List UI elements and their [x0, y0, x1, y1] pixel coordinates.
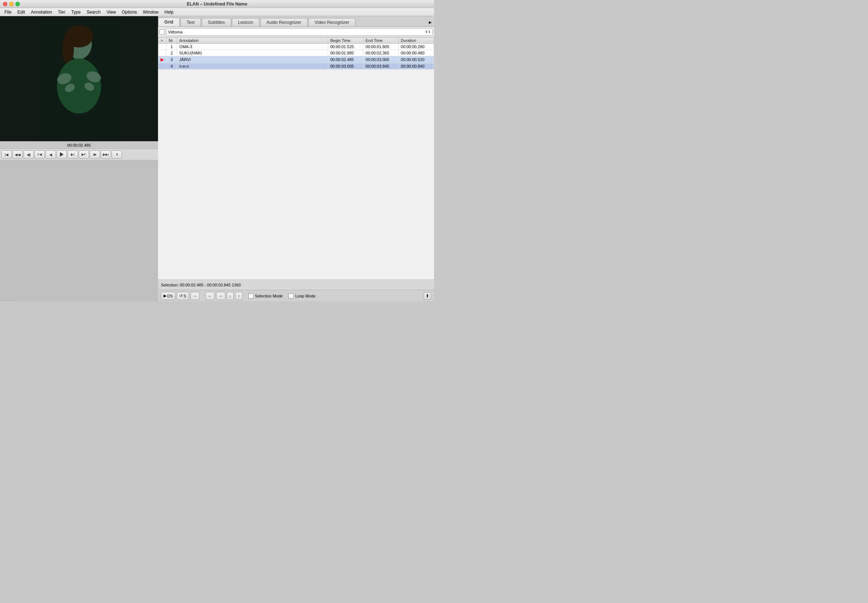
- grid-filter-checkbox[interactable]: [159, 29, 165, 34]
- link-icon: →: [193, 294, 197, 298]
- menu-type[interactable]: Type: [68, 9, 84, 15]
- step-back-button[interactable]: ◀: [46, 150, 56, 158]
- col-begin-header: Begin Time: [328, 37, 363, 44]
- transport-bar: |◀ ◀◀ ◀| F◀ ◀ ▶| ▶F |▶ ▶▶| ⏸: [0, 148, 158, 160]
- row-annotation: n-e-n: [177, 63, 328, 70]
- row-nr: 1: [167, 44, 177, 50]
- step-forward-button[interactable]: ▶|: [68, 150, 78, 158]
- timeline-zoom-out[interactable]: ▼: [8, 301, 13, 302]
- row-begin: 00:00:02.485: [328, 56, 363, 63]
- grid-area: Viittoma ⬆⬇ > Nr Annotation Begin Time E…: [158, 27, 434, 280]
- menu-view[interactable]: View: [103, 9, 119, 15]
- row-begin: 00:00:01.525: [328, 44, 363, 50]
- go-to-prev-button[interactable]: ◀◀: [12, 150, 23, 158]
- table-row[interactable]: 2SUKU(NIMI)00:00:01.88500:00:02.36500:00…: [159, 50, 434, 56]
- dropdown-arrow-icon: ⬆⬇: [425, 30, 431, 34]
- go-up-button[interactable]: ↑: [235, 292, 242, 300]
- row-annotation: OMA-3: [177, 44, 328, 50]
- titlebar: ELAN – Undefined File Name: [0, 0, 434, 8]
- loop-mode-label: Loop Mode: [295, 294, 315, 298]
- grid-scroll-area[interactable]: > Nr Annotation Begin Time End Time Dura…: [158, 37, 434, 280]
- menu-annotation[interactable]: Annotation: [28, 9, 55, 15]
- table-row[interactable]: 1OMA-300:00:01.52500:00:01.80500:00:00.2…: [159, 44, 434, 50]
- video-silhouette: [39, 20, 119, 138]
- row-duration: 00:00:00.480: [398, 50, 434, 56]
- selection-mode-checkbox[interactable]: [248, 294, 254, 298]
- tab-more-button[interactable]: ▶: [427, 18, 434, 26]
- timeline-zoom-in[interactable]: ▲: [2, 301, 7, 302]
- row-end: 00:00:03.845: [363, 63, 398, 70]
- go-to-prev-frame-button[interactable]: F◀: [34, 150, 45, 158]
- tier-dropdown[interactable]: Viittoma ⬆⬇: [166, 28, 433, 36]
- video-area: [0, 16, 158, 141]
- maximize-button[interactable]: [15, 2, 20, 6]
- loop-mode-checkbox[interactable]: [288, 294, 294, 298]
- tab-video-recognizer[interactable]: Video Recognizer: [308, 18, 356, 26]
- menu-options[interactable]: Options: [119, 9, 140, 15]
- row-duration: 00:00:00.840: [398, 63, 434, 70]
- video-timestamp: 00:00:02.485: [0, 141, 158, 148]
- menubar: File Edit Annotation Tier Type Search Vi…: [0, 8, 434, 16]
- go-to-next-frame-button[interactable]: ▶F: [79, 150, 89, 158]
- row-annotation: JÄRVI: [177, 56, 328, 63]
- tab-grid[interactable]: Grid: [158, 18, 180, 26]
- linked-button[interactable]: →: [190, 292, 200, 300]
- menu-file[interactable]: File: [2, 9, 14, 15]
- tab-lexicon[interactable]: Lexicon: [232, 18, 259, 26]
- row-marker: [159, 63, 167, 70]
- main-content: 00:00:02.485 |◀ ◀◀ ◀| F◀ ◀ ▶| ▶F |▶ ▶▶| …: [0, 16, 434, 302]
- row-nr: 3: [167, 56, 177, 63]
- left-panel: 00:00:02.485 |◀ ◀◀ ◀| F◀ ◀ ▶| ▶F |▶ ▶▶| …: [0, 16, 158, 302]
- pause-button[interactable]: ⏸: [112, 150, 122, 158]
- table-row[interactable]: 4n-e-n00:00:03.00500:00:03.84500:00:00.8…: [159, 63, 434, 70]
- ds-icon: ▶: [163, 294, 167, 298]
- svg-marker-10: [60, 152, 63, 157]
- row-marker: [159, 44, 167, 50]
- tab-subtitles[interactable]: Subtitles: [202, 18, 231, 26]
- menu-tier[interactable]: Tier: [55, 9, 68, 15]
- go-to-prev-ann-button[interactable]: ◀|: [23, 150, 34, 158]
- close-button[interactable]: [3, 2, 7, 6]
- scroll-up-button[interactable]: ⬆: [424, 292, 431, 300]
- go-to-start-button[interactable]: |◀: [2, 150, 12, 158]
- ds-button[interactable]: ▶ DS: [161, 292, 175, 300]
- selection-bar: Selection: 00:00:02.485 - 00:00:03.845 1…: [158, 280, 434, 290]
- s-button[interactable]: ↺ S: [177, 292, 188, 300]
- selection-mode-group: Selection Mode: [248, 294, 283, 298]
- go-down-button[interactable]: ↓: [227, 292, 234, 300]
- play-button[interactable]: [57, 150, 67, 158]
- right-arrow-icon: →: [219, 294, 223, 298]
- minimize-button[interactable]: [9, 2, 14, 6]
- row-end: 00:00:02.365: [363, 50, 398, 56]
- col-end-header: End Time: [363, 37, 398, 44]
- row-begin: 00:00:01.885: [328, 50, 363, 56]
- go-right-button[interactable]: →: [216, 292, 225, 300]
- col-dur-header: Duration: [398, 37, 434, 44]
- down-arrow-icon: ↓: [229, 294, 231, 298]
- go-to-next-ann-button[interactable]: |▶: [89, 150, 100, 158]
- go-to-end-button[interactable]: ▶▶|: [101, 150, 111, 158]
- table-row[interactable]: ▶3JÄRVI00:00:02.48500:00:03.00500:00:00.…: [159, 56, 434, 63]
- row-begin: 00:00:03.005: [328, 63, 363, 70]
- grid-toolbar: Viittoma ⬆⬇: [158, 27, 434, 37]
- row-marker: [159, 50, 167, 56]
- row-end: 00:00:01.805: [363, 44, 398, 50]
- col-marker-header: >: [159, 37, 167, 44]
- loop-mode-group: Loop Mode: [288, 294, 315, 298]
- menu-search[interactable]: Search: [84, 9, 103, 15]
- selection-info: Selection: 00:00:02.485 - 00:00:03.845 1…: [161, 283, 241, 287]
- row-marker: ▶: [159, 56, 167, 63]
- app-title: ELAN – Undefined File Name: [187, 2, 247, 7]
- annotations-table: > Nr Annotation Begin Time End Time Dura…: [158, 37, 434, 70]
- video-canvas: [0, 16, 158, 141]
- menu-help[interactable]: Help: [162, 9, 177, 15]
- tab-text[interactable]: Text: [180, 18, 201, 26]
- col-nr-header: Nr: [167, 37, 177, 44]
- row-end: 00:00:03.005: [363, 56, 398, 63]
- bottom-controls: ▶ DS ↺ S → ← → ↓ ↑: [158, 290, 434, 302]
- menu-window[interactable]: Window: [140, 9, 162, 15]
- right-panel: Grid Text Subtitles Lexicon Audio Recogn…: [158, 16, 434, 302]
- tab-audio-recognizer[interactable]: Audio Recognizer: [260, 18, 308, 26]
- go-left-button[interactable]: ←: [205, 292, 214, 300]
- menu-edit[interactable]: Edit: [14, 9, 28, 15]
